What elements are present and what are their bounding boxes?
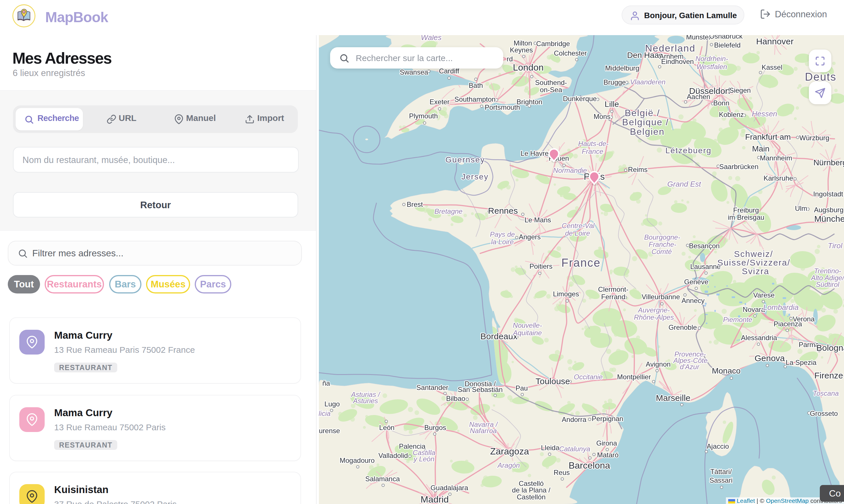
- svg-text:Salamanca: Salamanca: [365, 475, 400, 483]
- svg-text:Bretagne: Bretagne: [434, 208, 462, 215]
- svg-text:Siegen: Siegen: [729, 86, 751, 94]
- svg-text:Belgique /: Belgique /: [622, 117, 669, 127]
- svg-text:Rhône-Alpes: Rhône-Alpes: [634, 313, 674, 321]
- svg-text:Bonn: Bonn: [713, 99, 729, 107]
- svg-text:Keynes: Keynes: [510, 46, 533, 54]
- svg-text:Hannover: Hannover: [756, 37, 794, 46]
- svg-text:Grosseto: Grosseto: [810, 410, 838, 417]
- svg-text:Brest: Brest: [407, 200, 423, 208]
- svg-text:Eindhoven: Eindhoven: [661, 58, 694, 65]
- svg-text:Mataró: Mataró: [597, 451, 619, 459]
- svg-text:Avignon: Avignon: [646, 360, 670, 368]
- svg-text:Cambridge: Cambridge: [536, 40, 570, 48]
- svg-text:Nafarroa: Nafarroa: [470, 427, 497, 435]
- svg-text:Monaco: Monaco: [712, 366, 741, 375]
- svg-text:Reus: Reus: [554, 469, 570, 476]
- svg-text:Marseille: Marseille: [656, 393, 690, 403]
- svg-text:Villeurbanne: Villeurbanne: [642, 293, 680, 301]
- svg-text:Grand Est: Grand Est: [667, 180, 701, 188]
- svg-text:Rennes: Rennes: [488, 206, 518, 215]
- svg-text:la Loire: la Loire: [491, 238, 514, 246]
- svg-text:Angers: Angers: [519, 233, 541, 241]
- svg-text:on-Sea: on-Sea: [540, 86, 562, 94]
- svg-text:Hessen: Hessen: [752, 109, 777, 118]
- svg-text:Comté: Comté: [651, 248, 672, 255]
- svg-text:Ulm: Ulm: [795, 204, 807, 212]
- svg-text:Lille: Lille: [605, 100, 619, 109]
- svg-text:Bilbao: Bilbao: [446, 395, 466, 402]
- svg-text:Southampton: Southampton: [454, 95, 496, 103]
- svg-text:Burgos: Burgos: [424, 424, 446, 431]
- svg-text:Sassari: Sassari: [710, 476, 733, 484]
- svg-text:Exeter: Exeter: [430, 98, 449, 106]
- svg-text:Ferrand: Ferrand: [601, 293, 625, 301]
- svg-text:Mons: Mons: [594, 113, 611, 120]
- svg-text:Le Mans: Le Mans: [524, 216, 551, 224]
- svg-text:Jersey: Jersey: [462, 172, 488, 181]
- svg-text:Belgien: Belgien: [630, 126, 665, 137]
- svg-text:Létzebuerg: Létzebuerg: [665, 146, 712, 155]
- svg-text:Auvergne-: Auvergne-: [638, 306, 670, 314]
- svg-text:de Loire: de Loire: [565, 229, 590, 237]
- svg-text:urense: urense: [319, 427, 340, 435]
- svg-text:Genova: Genova: [754, 353, 785, 363]
- svg-text:Andorra: Andorra: [562, 416, 587, 424]
- svg-text:Pau: Pau: [516, 384, 528, 392]
- svg-text:Firenze: Firenze: [814, 371, 843, 380]
- svg-text:Barcelona: Barcelona: [569, 460, 610, 471]
- svg-text:Brugge: Brugge: [604, 78, 626, 86]
- svg-text:Münche: Münche: [814, 214, 844, 223]
- svg-text:Normandie: Normandie: [553, 166, 587, 174]
- svg-text:Bath: Bath: [469, 82, 483, 89]
- svg-text:Piemonte: Piemonte: [723, 316, 752, 323]
- svg-text:Montpellier: Montpellier: [617, 373, 651, 381]
- svg-text:France: France: [582, 147, 604, 155]
- svg-text:Frankfurt am: Frankfurt am: [745, 132, 791, 141]
- svg-text:Middelburg: Middelburg: [605, 64, 640, 72]
- svg-text:Bordeaux: Bordeaux: [481, 331, 517, 341]
- svg-text:Trentino-: Trentino-: [814, 267, 841, 275]
- svg-text:Wales: Wales: [421, 35, 442, 42]
- svg-text:Lleida: Lleida: [541, 444, 560, 452]
- svg-text:Main: Main: [752, 144, 770, 153]
- svg-text:Tirol: Tirol: [828, 241, 843, 250]
- svg-text:y León: y León: [413, 455, 434, 463]
- svg-text:Nouvelle-: Nouvelle-: [513, 321, 542, 329]
- svg-text:Southend-: Southend-: [535, 79, 567, 86]
- svg-text:Bourgogne-: Bourgogne-: [644, 233, 680, 241]
- svg-text:Clermont-: Clermont-: [598, 285, 628, 293]
- svg-text:Centre-Val: Centre-Val: [562, 222, 595, 230]
- svg-text:Zaragoza: Zaragoza: [490, 446, 529, 456]
- svg-text:Toscana: Toscana: [813, 389, 839, 397]
- svg-text:Novara: Novara: [742, 306, 765, 313]
- svg-text:Münster: Münster: [686, 35, 711, 41]
- svg-text:Nürnberg: Nürnberg: [813, 158, 844, 167]
- svg-text:Mogadouro: Mogadouro: [340, 456, 375, 464]
- svg-text:im Breisgau: im Breisgau: [728, 213, 765, 221]
- svg-text:Deuts: Deuts: [805, 71, 836, 83]
- svg-text:Ingolstadt: Ingolstadt: [813, 190, 843, 198]
- svg-text:Dunkerque: Dunkerque: [563, 95, 596, 103]
- svg-text:Mannheim: Mannheim: [760, 154, 792, 162]
- svg-text:Catalunya: Catalunya: [559, 445, 590, 453]
- svg-text:Franche-: Franche-: [649, 240, 676, 248]
- svg-text:Castellón: Castellón: [517, 493, 545, 501]
- svg-text:Ajaccio: Ajaccio: [706, 443, 729, 450]
- svg-text:Tàttari/: Tàttari/: [710, 468, 732, 475]
- svg-text:Suisse/Svizzera/: Suisse/Svizzera/: [717, 258, 790, 267]
- svg-text:Occitanie: Occitanie: [574, 373, 603, 381]
- svg-text:Svizra: Svizra: [742, 266, 769, 276]
- svg-text:London: London: [513, 62, 544, 73]
- svg-text:La Spezia: La Spezia: [786, 359, 816, 366]
- svg-text:Verona: Verona: [793, 315, 815, 323]
- svg-text:Guadalajara: Guadalajara: [431, 484, 468, 492]
- svg-text:Genève: Genève: [684, 278, 708, 286]
- svg-text:Hauts-de-: Hauts-de-: [578, 140, 608, 147]
- svg-text:Freiburg: Freiburg: [733, 206, 759, 214]
- svg-text:Reims: Reims: [628, 166, 648, 173]
- svg-text:Limoges: Limoges: [553, 290, 579, 298]
- svg-text:Asturies: Asturies: [353, 397, 378, 404]
- svg-text:Poitiers: Poitiers: [529, 263, 553, 270]
- svg-text:Aquitaine: Aquitaine: [513, 329, 542, 337]
- svg-text:Varese: Varese: [753, 291, 775, 299]
